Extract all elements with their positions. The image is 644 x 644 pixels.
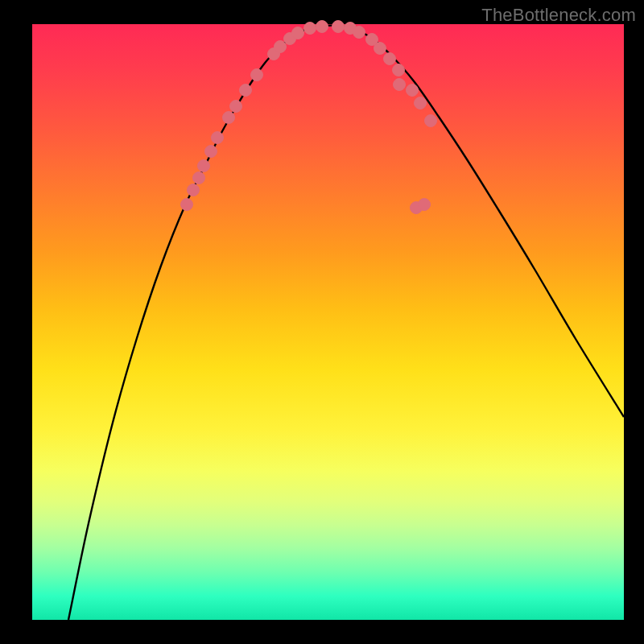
scatter-dot: [292, 27, 304, 39]
curve-svg: [32, 24, 624, 620]
scatter-dot: [374, 43, 386, 55]
scatter-dot: [212, 132, 224, 144]
scatter-dot: [193, 172, 205, 184]
chart-frame: TheBottleneck.com: [0, 0, 644, 644]
scatter-dot: [407, 85, 419, 97]
bottleneck-curve-path: [68, 26, 624, 620]
watermark-text: TheBottleneck.com: [481, 5, 636, 26]
scatter-dot: [353, 27, 365, 39]
scatter-dot: [394, 79, 406, 91]
scatter-dot: [230, 101, 242, 113]
scatter-dot: [316, 21, 328, 33]
scatter-dot: [384, 53, 396, 65]
scatter-dot: [198, 160, 210, 172]
scatter-dot: [251, 69, 263, 81]
scatter-dot: [275, 41, 287, 53]
scatter-dot: [332, 21, 345, 33]
scatter-dot: [205, 146, 217, 158]
scatter-dot: [188, 184, 200, 196]
scatter-dot: [393, 64, 405, 76]
scatter-dot: [419, 199, 431, 211]
scatter-dot: [223, 112, 235, 124]
scatter-dot: [415, 97, 427, 109]
scatter-dot: [425, 115, 437, 127]
plot-area: [32, 24, 624, 620]
scatter-dots-group: [181, 21, 437, 214]
scatter-dot: [181, 199, 193, 211]
scatter-dot: [304, 23, 316, 35]
scatter-dot: [240, 85, 252, 97]
